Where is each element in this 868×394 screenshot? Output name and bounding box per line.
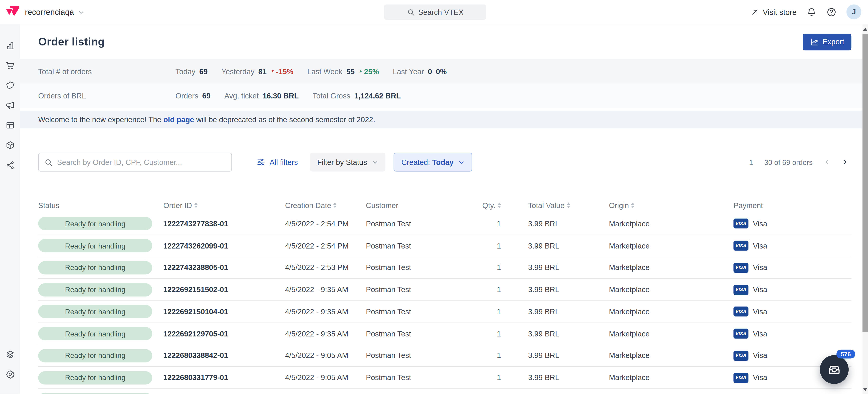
table-row[interactable]: Ready for handling	[38, 389, 851, 394]
sidebar-item-apps[interactable]	[0, 344, 20, 364]
table-row[interactable]: Ready for handling1222680338842-014/5/20…	[38, 345, 851, 367]
sidebar-item-marketing[interactable]	[0, 95, 20, 115]
export-button[interactable]: Export	[803, 34, 851, 50]
stat-orders: Orders 69	[176, 92, 211, 100]
scroll-up-arrow[interactable]	[863, 28, 867, 31]
creation-date-cell: 4/5/2022 - 9:35 AM	[285, 286, 366, 294]
share-icon	[5, 160, 14, 169]
scrollbar-thumb[interactable]	[863, 34, 868, 332]
customer-cell: Postman Test	[366, 220, 473, 228]
visa-icon: VISA	[734, 263, 748, 273]
sidebar-item-integrations[interactable]	[0, 155, 20, 175]
column-header[interactable]: Creation Date	[285, 201, 366, 209]
sort-icon[interactable]	[498, 203, 501, 208]
sidebar-item-catalog[interactable]	[0, 135, 20, 155]
table-row[interactable]: Ready for handling1222743277838-014/5/20…	[38, 213, 851, 235]
status-badge: Ready for handling	[38, 261, 152, 274]
order-search-input[interactable]	[57, 158, 226, 166]
qty-cell: 1	[473, 242, 501, 250]
table-row[interactable]: Ready for handling1222743262099-014/5/20…	[38, 235, 851, 257]
account-name: recorrenciaqa	[25, 7, 74, 17]
old-page-link[interactable]: old page	[163, 116, 194, 124]
table-row[interactable]: Ready for handling1222692129705-014/5/20…	[38, 323, 851, 345]
stat-last-year: Last Year 0 0%	[393, 67, 447, 75]
visit-store-button[interactable]: Visit store	[751, 7, 797, 17]
notifications-button[interactable]	[807, 7, 816, 17]
page-scrollbar[interactable]	[863, 25, 868, 394]
global-search-button[interactable]: Search VTEX	[384, 4, 486, 20]
created-filter-dropdown[interactable]: Created: Today	[394, 153, 472, 171]
sidebar-item-storefront[interactable]	[0, 115, 20, 135]
visa-icon: VISA	[734, 241, 748, 251]
sort-icon[interactable]	[631, 203, 634, 208]
trend-down-icon: ▼	[271, 69, 275, 73]
creation-date-cell: 4/5/2022 - 9:35 AM	[285, 330, 366, 338]
status-filter-dropdown[interactable]: Filter by Status	[310, 153, 385, 171]
next-page-button[interactable]	[838, 156, 851, 169]
stats-label: Total # of orders	[38, 67, 176, 75]
all-filters-button[interactable]: All filters	[256, 158, 298, 166]
status-badge: Ready for handling	[38, 239, 152, 252]
stat-yesterday: Yesterday 81 ▼-15%	[221, 67, 293, 75]
megaphone-icon	[5, 100, 14, 110]
column-label: Payment	[734, 201, 763, 209]
order-id-cell: 1222692129705-01	[163, 330, 285, 338]
customer-cell: Postman Test	[366, 330, 473, 338]
table-row[interactable]: Ready for handling1222692151502-014/5/20…	[38, 279, 851, 301]
qty-cell: 1	[473, 352, 501, 360]
all-filters-label: All filters	[270, 158, 298, 166]
status-cell: Ready for handling	[38, 239, 163, 252]
table-row[interactable]: Ready for handling1222680331779-014/5/20…	[38, 367, 851, 389]
visa-icon: VISA	[734, 373, 748, 383]
scroll-down-arrow[interactable]	[863, 388, 867, 392]
column-header[interactable]: Order ID	[163, 201, 285, 209]
column-header: Status	[38, 201, 163, 209]
sidebar-item-settings[interactable]	[0, 364, 20, 384]
user-avatar[interactable]: J	[846, 4, 861, 19]
order-search-field[interactable]	[38, 153, 232, 171]
sort-icon[interactable]	[194, 203, 198, 208]
avatar-initial: J	[852, 8, 856, 16]
tag-icon	[5, 80, 14, 90]
table-row[interactable]: Ready for handling1222692150104-014/5/20…	[38, 301, 851, 323]
visa-icon: VISA	[734, 351, 748, 361]
trend-up-icon: ▲	[359, 69, 363, 73]
export-label: Export	[823, 38, 844, 46]
column-header[interactable]: Origin	[609, 201, 734, 209]
sort-icon[interactable]	[334, 203, 337, 208]
table-row[interactable]: Ready for handling1222743238805-014/5/20…	[38, 257, 851, 279]
column-header: Payment	[734, 201, 851, 209]
chevron-down-icon	[459, 159, 465, 165]
total-value-cell: 3.99 BRL	[501, 373, 609, 382]
inbox-fab-button[interactable]	[820, 355, 848, 384]
column-header[interactable]: Total Value	[501, 201, 609, 209]
column-label: Customer	[366, 201, 398, 209]
column-label: Qty.	[482, 201, 495, 209]
creation-date-cell: 4/5/2022 - 9:05 AM	[285, 352, 366, 360]
origin-cell: Marketplace	[609, 220, 734, 228]
payment-label: Visa	[753, 373, 767, 382]
qty-cell: 1	[473, 330, 501, 338]
prev-page-button[interactable]	[820, 156, 834, 169]
order-listing-page: recorrenciaqa Search VTEX Visit store J	[0, 0, 868, 394]
order-id-cell: 1222743262099-01	[163, 242, 285, 250]
column-header[interactable]: Qty.	[473, 201, 501, 209]
bar-chart-icon	[5, 41, 14, 50]
status-badge: Ready for handling	[38, 217, 152, 230]
origin-cell: Marketplace	[609, 307, 734, 316]
sort-icon[interactable]	[567, 203, 570, 208]
vtex-logo-icon[interactable]	[5, 5, 20, 19]
sidebar-item-orders[interactable]	[0, 55, 20, 75]
account-switcher[interactable]: recorrenciaqa	[25, 7, 84, 17]
payment-cell: VISAVisa	[734, 219, 851, 229]
brl-stats-row: Orders of BRL Orders 69 Avg. ticket 16.3…	[20, 84, 868, 108]
sidebar-item-promotions[interactable]	[0, 75, 20, 95]
help-button[interactable]	[827, 7, 836, 17]
status-badge: Ready for handling	[38, 283, 152, 296]
floating-inbox: 576	[820, 355, 848, 384]
payment-label: Visa	[753, 220, 767, 228]
global-search-label: Search VTEX	[418, 8, 463, 16]
sidebar-item-analytics[interactable]	[0, 35, 20, 55]
status-cell: Ready for handling	[38, 371, 163, 384]
table-body: Ready for handling1222743277838-014/5/20…	[38, 213, 851, 394]
